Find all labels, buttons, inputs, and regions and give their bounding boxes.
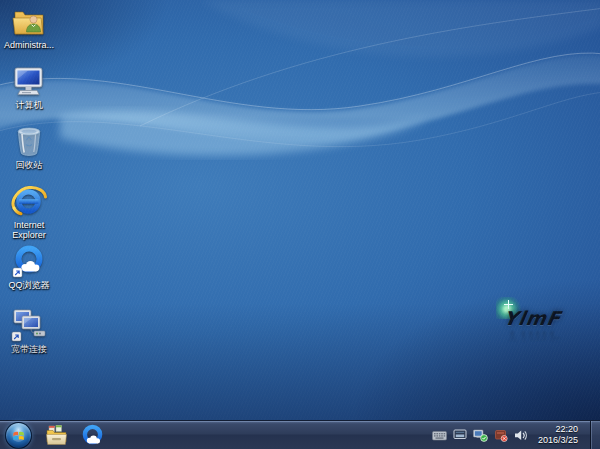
ylmf-watermark: YlmF YlmF	[494, 301, 574, 347]
input-method-keyboard-icon[interactable]	[432, 430, 447, 441]
show-desktop-button[interactable]	[590, 421, 600, 449]
watermark-text: YlmF	[502, 307, 563, 329]
desktop-icon-label: 计算机	[16, 100, 43, 110]
taskbar-qq-browser-button[interactable]	[74, 421, 110, 449]
wallpaper-waves	[0, 0, 600, 210]
windows-logo-icon	[11, 428, 26, 443]
recycle-bin-icon	[14, 124, 44, 158]
desktop-icon-label: Administra...	[4, 40, 54, 50]
taskbar-windows-explorer-button[interactable]	[38, 421, 74, 449]
desktop-icon-qq-browser[interactable]: QQ浏览器	[0, 244, 58, 290]
desktop-icon-internet-explorer[interactable]: Internet Explorer	[0, 184, 58, 240]
watermark-reflection: YlmF	[502, 327, 563, 349]
computer-icon	[11, 64, 47, 98]
desktop-icon-label: 宽带连接	[11, 344, 47, 354]
taskbar: 22:20 2016/3/25	[0, 420, 600, 449]
desktop-icon-broadband[interactable]: 宽带连接	[0, 308, 58, 354]
qq-browser-icon	[12, 244, 46, 278]
shortcut-arrow-overlay	[12, 332, 21, 341]
shortcut-arrow-overlay	[13, 268, 22, 277]
administrator-folder-icon	[11, 4, 47, 38]
system-tray: 22:20 2016/3/25	[432, 421, 600, 449]
qq-browser-icon	[81, 424, 104, 447]
broadband-connection-icon	[10, 308, 48, 342]
desktop-wallpaper: Administra... 计算机	[0, 0, 600, 421]
desktop-icon-label: 回收站	[16, 160, 43, 170]
action-center-flag-icon[interactable]	[494, 429, 508, 442]
display-tray-icon[interactable]	[453, 429, 467, 441]
desktop-icon-label: QQ浏览器	[8, 280, 49, 290]
clock-date: 2016/3/25	[538, 435, 578, 446]
volume-icon[interactable]	[514, 429, 528, 442]
windows-explorer-icon	[45, 425, 68, 446]
desktop-icon-administrator[interactable]: Administra...	[0, 4, 58, 50]
desktop-icon-computer[interactable]: 计算机	[0, 64, 58, 110]
clock-time: 22:20	[555, 424, 578, 435]
internet-explorer-icon	[11, 184, 47, 218]
green-splash-icon	[496, 297, 522, 319]
network-status-icon[interactable]	[473, 429, 488, 442]
start-button[interactable]	[5, 422, 32, 449]
desktop-icon-recycle-bin[interactable]: 回收站	[0, 124, 58, 170]
desktop-icon-label: Internet Explorer	[0, 220, 58, 240]
taskbar-clock[interactable]: 22:20 2016/3/25	[534, 424, 583, 446]
